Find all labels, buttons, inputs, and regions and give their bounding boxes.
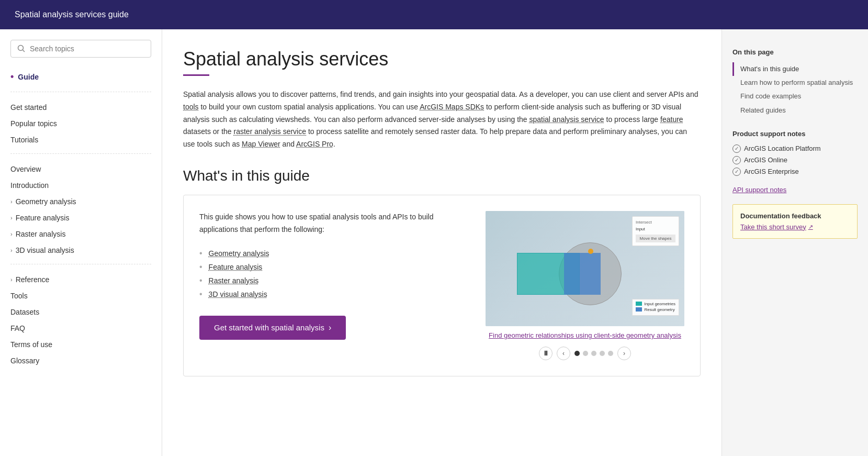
- app-header: Spatial analysis services guide: [0, 0, 868, 29]
- legend-color-input: [636, 302, 642, 306]
- carousel-pause-button[interactable]: ⏸: [539, 347, 553, 360]
- carousel-controls: ⏸ ‹ ›: [539, 347, 631, 360]
- pause-icon: ⏸: [543, 349, 549, 357]
- sidebar-item-geometry-analysis[interactable]: › Geometry analysis: [0, 194, 162, 210]
- carousel-dots: [574, 351, 613, 356]
- map-panel-row-1: Input: [636, 227, 675, 231]
- map-background: Intersect Input Move the shapes Input ge…: [486, 211, 684, 326]
- map-panel-button[interactable]: Move the shapes: [636, 235, 675, 242]
- right-panel: On this page What's in this guide Learn …: [722, 29, 868, 456]
- header-title: Spatial analysis services guide: [15, 10, 129, 19]
- product-support-title: Product support notes: [732, 130, 858, 138]
- sidebar-item-datasets[interactable]: Datasets: [0, 304, 162, 320]
- sidebar-item-popular-topics[interactable]: Popular topics: [0, 116, 162, 132]
- search-icon: [17, 45, 26, 53]
- guide-card-desc: This guide shows you how to use spatial …: [199, 211, 470, 236]
- sidebar-item-overview[interactable]: Overview: [0, 161, 162, 177]
- carousel-dot-4[interactable]: [600, 351, 605, 356]
- chevron-icon: ›: [10, 214, 13, 223]
- product-item-online: ✓ ArcGIS Online: [732, 154, 858, 166]
- feature-analysis-link[interactable]: Feature analysis: [209, 263, 263, 271]
- api-support-link[interactable]: API support notes: [732, 186, 858, 194]
- search-box[interactable]: [10, 40, 151, 58]
- page-title: Spatial analysis services: [183, 48, 701, 70]
- legend-row-result: Result geometry: [636, 307, 675, 312]
- nav-group-3: › Reference Tools Datasets FAQ Terms of …: [0, 266, 162, 372]
- intro-paragraph: Spatial analysis allows you to discover …: [183, 88, 701, 151]
- check-icon-location: ✓: [732, 144, 741, 153]
- map-panel: Intersect Input Move the shapes: [632, 216, 679, 246]
- sidebar-item-glossary[interactable]: Glossary: [0, 353, 162, 369]
- guide-list: Geometry analysis Feature analysis Raste…: [199, 247, 470, 301]
- chevron-icon: ›: [10, 197, 13, 206]
- toc-item-find-code-examples[interactable]: Find code examples: [732, 90, 858, 103]
- legend-row-input: Input geometries: [636, 302, 675, 306]
- toc-item-whats-in-this-guide[interactable]: What's in this guide: [732, 62, 858, 76]
- svg-line-1: [23, 50, 25, 52]
- product-item-location-platform: ✓ ArcGIS Location Platform: [732, 143, 858, 154]
- guide-label: Guide: [0, 68, 162, 90]
- feedback-survey-link[interactable]: Take this short survey ↗: [740, 223, 850, 231]
- list-item-3d: 3D visual analysis: [199, 287, 470, 301]
- legend-color-result: [636, 307, 642, 312]
- guide-card: This guide shows you how to use spatial …: [183, 195, 701, 376]
- divider-1: [10, 92, 151, 92]
- chevron-icon: ›: [10, 246, 13, 255]
- carousel-next-button[interactable]: ›: [617, 347, 631, 360]
- sidebar-item-tutorials[interactable]: Tutorials: [0, 132, 162, 148]
- list-item-feature: Feature analysis: [199, 260, 470, 274]
- divider-2: [10, 153, 151, 154]
- 3d-visual-analysis-link[interactable]: 3D visual analysis: [209, 290, 267, 298]
- carousel-dot-5[interactable]: [608, 351, 613, 356]
- product-item-enterprise: ✓ ArcGIS Enterprise: [732, 166, 858, 177]
- section-title: What's in this guide: [183, 168, 701, 184]
- tools-link[interactable]: tools: [183, 103, 199, 111]
- chevron-icon: ›: [10, 275, 13, 284]
- map-legend: Input geometries Result geometry: [632, 299, 679, 316]
- map-viewer-link[interactable]: Map Viewer: [242, 140, 280, 148]
- divider-3: [10, 264, 151, 264]
- sidebar-item-reference[interactable]: › Reference: [0, 272, 162, 288]
- map-caption[interactable]: Find geometric relationships using clien…: [489, 331, 681, 339]
- carousel-dot-2[interactable]: [583, 351, 588, 356]
- main-content: Spatial analysis services Spatial analys…: [162, 29, 722, 456]
- feature-link[interactable]: feature: [660, 115, 683, 124]
- carousel-dot-3[interactable]: [591, 351, 596, 356]
- sidebar-item-tools[interactable]: Tools: [0, 288, 162, 304]
- geometry-analysis-link[interactable]: Geometry analysis: [209, 249, 269, 258]
- toc-item-related-guides[interactable]: Related guides: [732, 104, 858, 117]
- sidebar-item-get-started[interactable]: Get started: [0, 99, 162, 116]
- search-input[interactable]: [30, 45, 144, 53]
- cta-button[interactable]: Get started with spatial analysis ›: [199, 316, 346, 340]
- nav-group-1: Get started Popular topics Tutorials: [0, 94, 162, 151]
- sidebar-item-feature-analysis[interactable]: › Feature analysis: [0, 210, 162, 226]
- title-underline: [183, 74, 209, 76]
- external-link-icon: ↗: [808, 224, 813, 230]
- raster-analysis-link[interactable]: Raster analysis: [209, 276, 259, 285]
- spatial-analysis-service-link[interactable]: spatial analysis service: [529, 115, 604, 124]
- list-item-geometry: Geometry analysis: [199, 247, 470, 260]
- sidebar-item-introduction[interactable]: Introduction: [0, 177, 162, 194]
- check-icon-enterprise: ✓: [732, 168, 741, 176]
- guide-card-right: Intersect Input Move the shapes Input ge…: [486, 211, 684, 360]
- list-item-raster: Raster analysis: [199, 274, 470, 287]
- sidebar-item-faq[interactable]: FAQ: [0, 320, 162, 337]
- raster-analysis-service-link[interactable]: raster analysis service: [234, 127, 307, 136]
- carousel-prev-button[interactable]: ‹: [557, 347, 570, 360]
- nav-group-2: Overview Introduction › Geometry analysi…: [0, 156, 162, 262]
- sidebar-item-3d-visual-analysis[interactable]: › 3D visual analysis: [0, 242, 162, 259]
- map-panel-title: Intersect: [636, 220, 675, 225]
- map-blue-shape: [564, 253, 601, 295]
- arcgis-maps-sdks-link[interactable]: ArcGIS Maps SDKs: [420, 103, 484, 111]
- feedback-title: Documentation feedback: [740, 212, 850, 220]
- next-icon: ›: [623, 350, 625, 357]
- map-preview: Intersect Input Move the shapes Input ge…: [486, 211, 684, 326]
- toc-item-learn-how[interactable]: Learn how to perform spatial analysis: [732, 76, 858, 90]
- arcgis-pro-link[interactable]: ArcGIS Pro: [296, 140, 333, 148]
- check-icon-online: ✓: [732, 156, 741, 164]
- arrow-icon: ›: [329, 323, 331, 332]
- carousel-dot-1[interactable]: [574, 351, 580, 356]
- sidebar-item-terms-of-use[interactable]: Terms of use: [0, 337, 162, 353]
- sidebar-item-raster-analysis[interactable]: › Raster analysis: [0, 226, 162, 242]
- guide-card-left: This guide shows you how to use spatial …: [199, 211, 470, 360]
